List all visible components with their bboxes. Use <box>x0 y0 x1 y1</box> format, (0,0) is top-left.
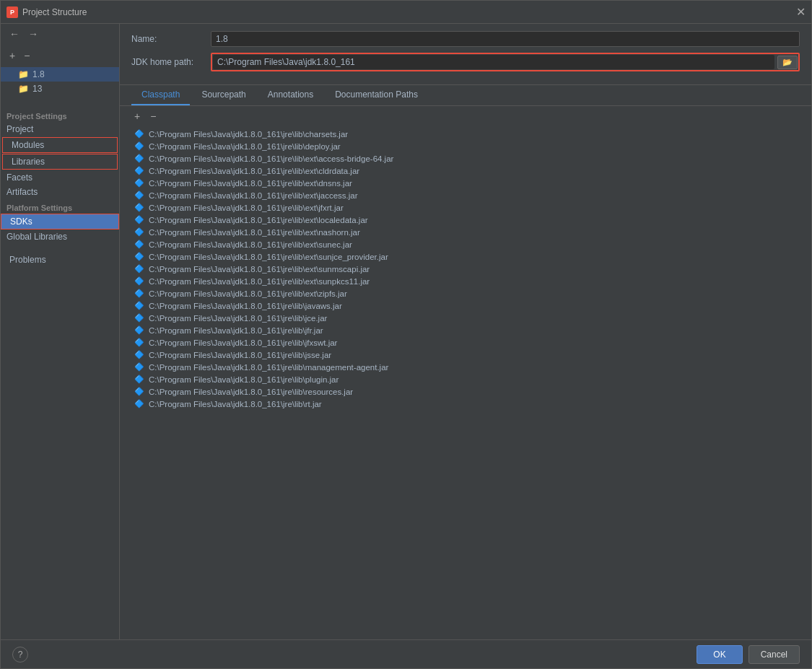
jar-icon: 🔷 <box>134 203 144 212</box>
sdk-item-18[interactable]: 📁 1.8 <box>1 67 119 82</box>
remove-entry-button[interactable]: − <box>147 109 159 123</box>
jar-icon: 🔷 <box>134 252 144 261</box>
file-path: C:\Program Files\Java\jdk1.8.0_161\jre\l… <box>149 400 322 408</box>
cancel-button[interactable]: Cancel <box>748 645 800 664</box>
file-item[interactable]: 🔷C:\Program Files\Java\jdk1.8.0_161\jre\… <box>131 250 800 263</box>
file-item[interactable]: 🔷C:\Program Files\Java\jdk1.8.0_161\jre\… <box>131 140 800 152</box>
file-path: C:\Program Files\Java\jdk1.8.0_161\jre\l… <box>149 314 327 323</box>
file-item[interactable]: 🔷C:\Program Files\Java\jdk1.8.0_161\jre\… <box>131 349 800 361</box>
file-item[interactable]: 🔷C:\Program Files\Java\jdk1.8.0_161\jre\… <box>131 152 800 165</box>
file-path: C:\Program Files\Java\jdk1.8.0_161\jre\l… <box>149 388 353 396</box>
jar-icon: 🔷 <box>134 338 144 347</box>
file-path: C:\Program Files\Java\jdk1.8.0_161\jre\l… <box>149 302 342 310</box>
file-item[interactable]: 🔷C:\Program Files\Java\jdk1.8.0_161\jre\… <box>131 299 800 312</box>
file-path: C:\Program Files\Java\jdk1.8.0_161\jre\l… <box>149 167 359 175</box>
file-path: C:\Program Files\Java\jdk1.8.0_161\jre\l… <box>149 375 339 384</box>
file-item[interactable]: 🔷C:\Program Files\Java\jdk1.8.0_161\jre\… <box>131 165 800 177</box>
nav-toolbar: ← → <box>1 24 119 44</box>
jar-icon: 🔷 <box>134 227 144 237</box>
right-panel: Name: JDK home path: 📂 Classpath Sourcep… <box>120 24 811 639</box>
file-item[interactable]: 🔷C:\Program Files\Java\jdk1.8.0_161\jre\… <box>131 189 800 201</box>
jdk-input[interactable] <box>213 55 774 69</box>
jar-icon: 🔷 <box>134 264 144 274</box>
file-item[interactable]: 🔷C:\Program Files\Java\jdk1.8.0_161\jre\… <box>131 226 800 238</box>
file-path: C:\Program Files\Java\jdk1.8.0_161\jre\l… <box>149 142 341 151</box>
jar-icon: 🔷 <box>134 276 144 286</box>
file-item[interactable]: 🔷C:\Program Files\Java\jdk1.8.0_161\jre\… <box>131 177 800 189</box>
file-item[interactable]: 🔷C:\Program Files\Java\jdk1.8.0_161\jre\… <box>131 238 800 250</box>
file-path: C:\Program Files\Java\jdk1.8.0_161\jre\l… <box>149 191 358 200</box>
file-item[interactable]: 🔷C:\Program Files\Java\jdk1.8.0_161\jre\… <box>131 324 800 336</box>
file-item[interactable]: 🔷C:\Program Files\Java\jdk1.8.0_161\jre\… <box>131 263 800 275</box>
file-item[interactable]: 🔷C:\Program Files\Java\jdk1.8.0_161\jre\… <box>131 373 800 385</box>
back-button[interactable]: ← <box>6 27 22 41</box>
tab-documentation-paths[interactable]: Documentation Paths <box>325 85 428 105</box>
jar-icon: 🔷 <box>134 178 144 188</box>
sdk-item-13-label: 13 <box>32 84 42 94</box>
jar-icon: 🔷 <box>134 362 144 372</box>
sidebar-item-libraries[interactable]: Libraries <box>2 154 118 170</box>
project-label: Project <box>6 124 33 134</box>
jar-icon: 🔷 <box>134 166 144 175</box>
sidebar-nav: + − 📁 1.8 📁 13 Project Settings Project <box>1 44 119 639</box>
sidebar: ← → + − 📁 1.8 📁 13 <box>1 24 120 639</box>
forward-button[interactable]: → <box>25 27 41 41</box>
detail-header: Name: JDK home path: 📂 <box>120 24 811 85</box>
help-button[interactable]: ? <box>12 647 28 663</box>
file-item[interactable]: 🔷C:\Program Files\Java\jdk1.8.0_161\jre\… <box>131 361 800 373</box>
sidebar-item-global-libraries[interactable]: Global Libraries <box>1 229 119 244</box>
jdk-field-row: JDK home path: 📂 <box>131 53 800 71</box>
jar-icon: 🔷 <box>134 387 144 396</box>
add-entry-button[interactable]: + <box>131 109 143 123</box>
sdks-label: SDKs <box>10 217 32 227</box>
sidebar-item-modules[interactable]: Modules <box>2 137 118 153</box>
name-label: Name: <box>131 34 211 44</box>
sidebar-item-project[interactable]: Project <box>1 122 119 136</box>
browse-button[interactable]: 📂 <box>777 56 798 69</box>
project-structure-window: P Project Structure ✕ ← → + − 📁 1.8 <box>0 0 812 669</box>
sdk-item-13[interactable]: 📁 13 <box>1 82 119 96</box>
file-path: C:\Program Files\Java\jdk1.8.0_161\jre\l… <box>149 253 388 261</box>
title-bar: P Project Structure ✕ <box>1 1 811 24</box>
jar-icon: 🔷 <box>134 375 144 384</box>
file-item[interactable]: 🔷C:\Program Files\Java\jdk1.8.0_161\jre\… <box>131 214 800 226</box>
jar-icon: 🔷 <box>134 141 144 151</box>
modules-label: Modules <box>12 140 44 150</box>
file-path: C:\Program Files\Java\jdk1.8.0_161\jre\l… <box>149 326 323 335</box>
jar-icon: 🔷 <box>134 301 144 310</box>
tab-annotations[interactable]: Annotations <box>258 85 323 105</box>
jar-icon: 🔷 <box>134 399 144 408</box>
sdk-item-18-label: 1.8 <box>32 69 45 79</box>
sidebar-item-problems[interactable]: Problems <box>1 253 119 267</box>
sidebar-item-artifacts[interactable]: Artifacts <box>1 185 119 199</box>
ok-button[interactable]: OK <box>697 645 742 664</box>
tab-classpath[interactable]: Classpath <box>131 85 190 105</box>
jar-icon: 🔷 <box>134 215 144 224</box>
jdk-label: JDK home path: <box>131 57 211 67</box>
file-item[interactable]: 🔷C:\Program Files\Java\jdk1.8.0_161\jre\… <box>131 287 800 299</box>
file-item[interactable]: 🔷C:\Program Files\Java\jdk1.8.0_161\jre\… <box>131 336 800 349</box>
file-item[interactable]: 🔷C:\Program Files\Java\jdk1.8.0_161\jre\… <box>131 312 800 324</box>
jdk-field-outlined: 📂 <box>211 53 800 71</box>
jar-icon: 🔷 <box>134 154 144 163</box>
file-path: C:\Program Files\Java\jdk1.8.0_161\jre\l… <box>149 289 347 298</box>
add-sdk-button[interactable]: + <box>6 48 18 63</box>
file-item[interactable]: 🔷C:\Program Files\Java\jdk1.8.0_161\jre\… <box>131 398 800 410</box>
sidebar-item-sdks[interactable]: SDKs <box>1 214 119 229</box>
global-libraries-label: Global Libraries <box>6 232 67 242</box>
file-item[interactable]: 🔷C:\Program Files\Java\jdk1.8.0_161\jre\… <box>131 275 800 287</box>
file-item[interactable]: 🔷C:\Program Files\Java\jdk1.8.0_161\jre\… <box>131 385 800 398</box>
jar-icon: 🔷 <box>134 289 144 298</box>
file-path: C:\Program Files\Java\jdk1.8.0_161\jre\l… <box>149 277 370 286</box>
file-path: C:\Program Files\Java\jdk1.8.0_161\jre\l… <box>149 204 344 212</box>
jar-icon: 🔷 <box>134 350 144 359</box>
remove-sdk-button[interactable]: − <box>21 48 32 63</box>
tab-sourcepath[interactable]: Sourcepath <box>191 85 256 105</box>
libraries-label: Libraries <box>12 157 45 167</box>
file-list: 🔷C:\Program Files\Java\jdk1.8.0_161\jre\… <box>120 126 811 639</box>
file-item[interactable]: 🔷C:\Program Files\Java\jdk1.8.0_161\jre\… <box>131 201 800 214</box>
sidebar-item-facets[interactable]: Facets <box>1 170 119 185</box>
name-input[interactable] <box>211 31 800 47</box>
file-item[interactable]: 🔷C:\Program Files\Java\jdk1.8.0_161\jre\… <box>131 128 800 140</box>
close-button[interactable]: ✕ <box>796 5 806 19</box>
